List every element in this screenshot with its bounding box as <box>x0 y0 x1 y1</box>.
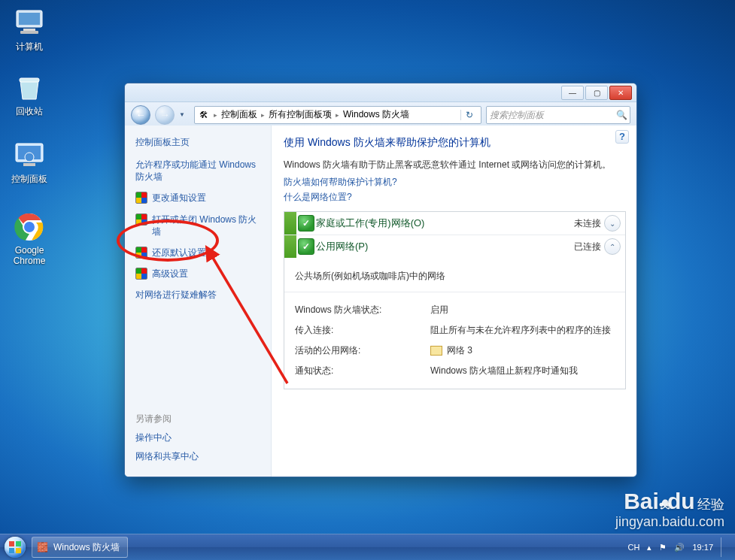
desktop-icon-label: Google Chrome <box>3 245 56 266</box>
svg-rect-3 <box>20 31 38 34</box>
svg-rect-4 <box>20 78 39 82</box>
svg-point-7 <box>25 153 34 162</box>
sidebar-item-toggle-firewall[interactable]: 打开或关闭 Windows 防火墙 <box>135 213 262 238</box>
desktop-icon-recycle[interactable]: 回收站 <box>3 71 56 118</box>
page-title: 使用 Windows 防火墙来帮助保护您的计算机 <box>284 136 626 150</box>
page-description: Windows 防火墙有助于防止黑客或恶意软件通过 Internet 或网络访问… <box>284 159 626 171</box>
desktop-icon-computer[interactable]: 计算机 <box>3 6 56 53</box>
firewall-icon: 🧱 <box>37 542 49 552</box>
nav-forward-button[interactable]: → <box>155 105 175 125</box>
row-key: 活动的公用网络: <box>295 341 430 361</box>
taskbar-item-firewall[interactable]: 🧱 Windows 防火墙 <box>32 537 128 558</box>
desktop-icon-controlpanel[interactable]: 控制面板 <box>3 138 56 186</box>
minimize-button[interactable]: — <box>561 86 584 100</box>
search-input[interactable] <box>487 110 613 120</box>
row-value: 网络 3 <box>430 341 615 361</box>
breadcrumb-level2[interactable]: Windows 防火墙 <box>343 108 409 121</box>
chevron-down-icon[interactable]: ⌄ <box>604 215 621 232</box>
see-also-section: 另请参阅 操作中心 网络和共享中心 <box>135 410 262 469</box>
home-work-network-header[interactable]: ✓ 家庭或工作(专用)网络(O) 未连接 ⌄ <box>284 212 625 235</box>
row-active-network: 活动的公用网络: 网络 3 <box>295 341 615 361</box>
svg-rect-1 <box>19 13 40 25</box>
public-network-header[interactable]: ✓ 公用网络(P) 已连接 ⌃ <box>284 235 625 258</box>
sidebar-item-label: 还原默认设置 <box>152 247 206 259</box>
controlpanel-small-icon: 🛠 <box>198 110 210 120</box>
sidebar-item-label: 打开或关闭 Windows 防火墙 <box>152 213 262 238</box>
sidebar-item-label: 高级设置 <box>152 268 188 280</box>
public-network-detail: 公共场所(例如机场或咖啡店)中的网络 <box>284 258 625 292</box>
ime-indicator[interactable]: CH <box>628 543 640 552</box>
section-stripe <box>284 212 296 235</box>
window-titlebar[interactable]: — ▢ ✕ <box>125 83 636 102</box>
svg-rect-8 <box>23 163 35 166</box>
system-tray: CH ▴ ⚑ 🔊 19:17 <box>621 537 735 557</box>
sidebar-item-change-notify[interactable]: 更改通知设置 <box>135 192 262 204</box>
controlpanel-icon <box>13 138 46 171</box>
volume-tray-icon[interactable]: 🔊 <box>674 543 685 552</box>
windows-logo-icon <box>5 537 26 558</box>
maximize-button[interactable]: ▢ <box>585 86 608 100</box>
see-also-action-center[interactable]: 操作中心 <box>135 431 262 444</box>
sidebar-item-label: 对网络进行疑难解答 <box>135 289 217 301</box>
row-key: 通知状态: <box>295 361 430 381</box>
row-value: 阻止所有与未在允许程序列表中的程序的连接 <box>430 320 615 341</box>
svg-rect-15 <box>9 548 14 553</box>
sidebar-home-link[interactable]: 控制面板主页 <box>135 136 262 149</box>
sidebar: 控制面板主页 允许程序或功能通过 Windows 防火墙 更改通知设置 打开或关… <box>125 126 272 477</box>
public-network-properties: Windows 防火墙状态: 启用 传入连接: 阻止所有与未在允许程序列表中的程… <box>284 292 625 389</box>
breadcrumb-root[interactable]: 控制面板 <box>221 108 257 121</box>
search-icon[interactable]: 🔍 <box>613 110 630 120</box>
link-network-location[interactable]: 什么是网络位置? <box>284 191 626 204</box>
connection-state: 未连接 <box>574 217 601 230</box>
see-also-heading: 另请参阅 <box>135 413 262 425</box>
row-incoming: 传入连接: 阻止所有与未在允许程序列表中的程序的连接 <box>295 320 615 341</box>
desktop-icon-label: 回收站 <box>3 105 56 118</box>
sidebar-item-allow-program[interactable]: 允许程序或功能通过 Windows 防火墙 <box>135 159 262 183</box>
link-firewall-help[interactable]: 防火墙如何帮助保护计算机? <box>284 176 626 189</box>
row-firewall-state: Windows 防火墙状态: 启用 <box>295 300 615 320</box>
firewall-window: — ▢ ✕ ← → ▼ 🛠 ▸ 控制面板 ▸ 所有控制面板项 ▸ Windows… <box>124 83 637 477</box>
nav-back-button[interactable]: ← <box>131 105 150 125</box>
svg-rect-16 <box>16 548 21 553</box>
sidebar-item-troubleshoot[interactable]: 对网络进行疑难解答 <box>135 289 262 301</box>
shield-icon <box>135 268 147 280</box>
connection-state: 已连接 <box>574 241 601 253</box>
content-pane: ? 使用 Windows 防火墙来帮助保护您的计算机 Windows 防火墙有助… <box>272 126 636 477</box>
shield-check-icon: ✓ <box>296 212 316 235</box>
close-button[interactable]: ✕ <box>609 86 632 100</box>
network-sections: ✓ 家庭或工作(专用)网络(O) 未连接 ⌄ ✓ 公用网络(P) 已连接 ⌃ 公… <box>284 211 626 389</box>
sidebar-item-advanced-settings[interactable]: 高级设置 <box>135 268 262 280</box>
see-also-network-sharing[interactable]: 网络和共享中心 <box>135 450 262 463</box>
breadcrumb-level1[interactable]: 所有控制面板项 <box>269 108 332 121</box>
svg-rect-2 <box>23 29 35 31</box>
row-value: Windows 防火墙阻止新程序时通知我 <box>430 361 615 381</box>
show-desktop-button[interactable] <box>721 537 727 557</box>
chevron-up-icon[interactable]: ⌃ <box>604 238 621 255</box>
help-button[interactable]: ? <box>615 130 629 144</box>
row-key: Windows 防火墙状态: <box>295 300 430 320</box>
section-stripe <box>284 235 296 258</box>
sidebar-item-restore-defaults[interactable]: 还原默认设置 <box>135 247 262 259</box>
recycle-icon <box>13 71 46 104</box>
svg-rect-13 <box>9 541 14 546</box>
row-notify-state: 通知状态: Windows 防火墙阻止新程序时通知我 <box>295 361 615 381</box>
desktop-icon-label: 计算机 <box>3 41 56 53</box>
row-value: 启用 <box>430 300 615 320</box>
shield-icon <box>135 213 147 226</box>
nav-history-dropdown[interactable]: ▼ <box>179 111 190 118</box>
row-key: 传入连接: <box>295 320 430 341</box>
action-center-tray-icon[interactable]: ⚑ <box>659 543 667 552</box>
chrome-icon <box>13 210 46 244</box>
tray-overflow-icon[interactable]: ▴ <box>647 543 651 552</box>
clock[interactable]: 19:17 <box>692 543 713 552</box>
section-title: 家庭或工作(专用)网络(O) <box>316 216 424 230</box>
taskbar: 🧱 Windows 防火墙 CH ▴ ⚑ 🔊 19:17 <box>0 534 735 560</box>
search-box[interactable]: 🔍 <box>486 106 630 124</box>
shield-icon <box>135 192 147 204</box>
desktop-icon-chrome[interactable]: Google Chrome <box>3 210 56 266</box>
svg-rect-14 <box>16 541 21 546</box>
watermark: Bai•ᴥ•du 经验 jingyan.baidu.com <box>615 489 724 530</box>
start-button[interactable] <box>0 534 30 560</box>
refresh-button[interactable]: ↻ <box>460 110 478 120</box>
address-bar[interactable]: 🛠 ▸ 控制面板 ▸ 所有控制面板项 ▸ Windows 防火墙 ↻ <box>194 106 481 124</box>
